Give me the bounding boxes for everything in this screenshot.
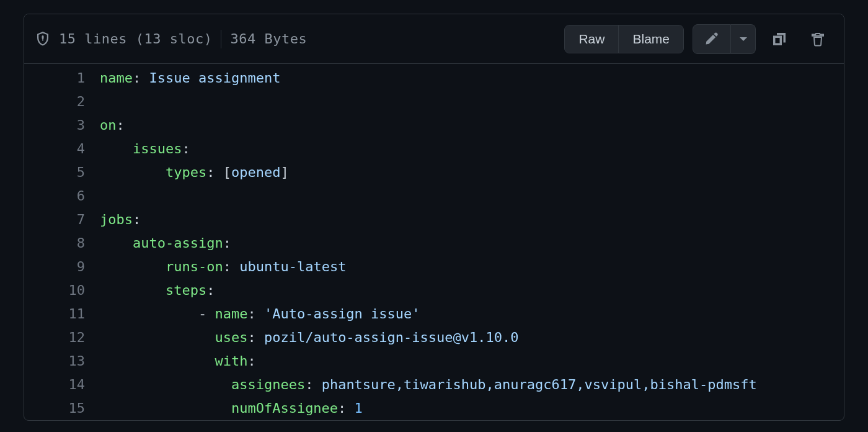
line-number[interactable]: 14 <box>24 373 85 397</box>
blame-button[interactable]: Blame <box>618 25 683 53</box>
file-header: 15 lines (13 sloc) 364 Bytes Raw Blame <box>24 14 844 64</box>
line-number[interactable]: 3 <box>24 114 85 137</box>
code-line <box>100 184 844 208</box>
file-size: 364 Bytes <box>230 31 307 47</box>
edit-dropdown-button[interactable] <box>731 24 756 54</box>
line-number[interactable]: 15 <box>24 397 85 420</box>
raw-button[interactable]: Raw <box>565 25 618 53</box>
code-line: on: <box>100 114 844 137</box>
line-number[interactable]: 2 <box>24 90 85 114</box>
line-number[interactable]: 5 <box>24 161 85 184</box>
line-number-gutter: 123456789101112131415 <box>24 66 100 420</box>
line-number[interactable]: 10 <box>24 279 85 302</box>
code-area: 123456789101112131415 name: Issue assign… <box>24 64 844 420</box>
file-box: 15 lines (13 sloc) 364 Bytes Raw Blame 1… <box>24 14 844 421</box>
copy-icon <box>772 32 787 47</box>
code-line: - name: 'Auto-assign issue' <box>100 302 844 326</box>
line-number[interactable]: 9 <box>24 255 85 279</box>
code-content[interactable]: name: Issue assignment on: issues: types… <box>100 66 844 420</box>
line-number[interactable]: 6 <box>24 184 85 208</box>
shield-icon <box>35 24 50 54</box>
code-line: auto-assign: <box>100 232 844 255</box>
code-line: numOfAssignee: 1 <box>100 397 844 420</box>
line-number[interactable]: 13 <box>24 349 85 373</box>
caret-down-icon <box>736 32 751 47</box>
line-stats: 15 lines (13 sloc) <box>59 31 212 47</box>
code-line: steps: <box>100 279 844 302</box>
code-line <box>100 90 844 114</box>
code-line: with: <box>100 349 844 373</box>
code-line: types: [opened] <box>100 161 844 184</box>
line-number[interactable]: 1 <box>24 66 85 90</box>
pencil-icon <box>704 32 719 47</box>
line-number[interactable]: 8 <box>24 232 85 255</box>
code-line: jobs: <box>100 208 844 232</box>
raw-blame-group: Raw Blame <box>564 25 684 53</box>
line-number[interactable]: 12 <box>24 326 85 349</box>
edit-group <box>693 24 756 54</box>
line-number[interactable]: 11 <box>24 302 85 326</box>
code-line: runs-on: ubuntu-latest <box>100 255 844 279</box>
code-line: name: Issue assignment <box>100 66 844 90</box>
line-number[interactable]: 7 <box>24 208 85 232</box>
code-line: uses: pozil/auto-assign-issue@v1.10.0 <box>100 326 844 349</box>
line-number[interactable]: 4 <box>24 137 85 161</box>
copy-button[interactable] <box>764 24 794 54</box>
trash-icon <box>810 32 825 47</box>
delete-button[interactable] <box>803 24 833 54</box>
file-info: 15 lines (13 sloc) 364 Bytes <box>59 30 307 48</box>
code-line: assignees: phantsure,tiwarishub,anuragc6… <box>100 373 844 397</box>
code-line: issues: <box>100 137 844 161</box>
divider <box>221 30 221 48</box>
edit-button[interactable] <box>693 24 731 54</box>
